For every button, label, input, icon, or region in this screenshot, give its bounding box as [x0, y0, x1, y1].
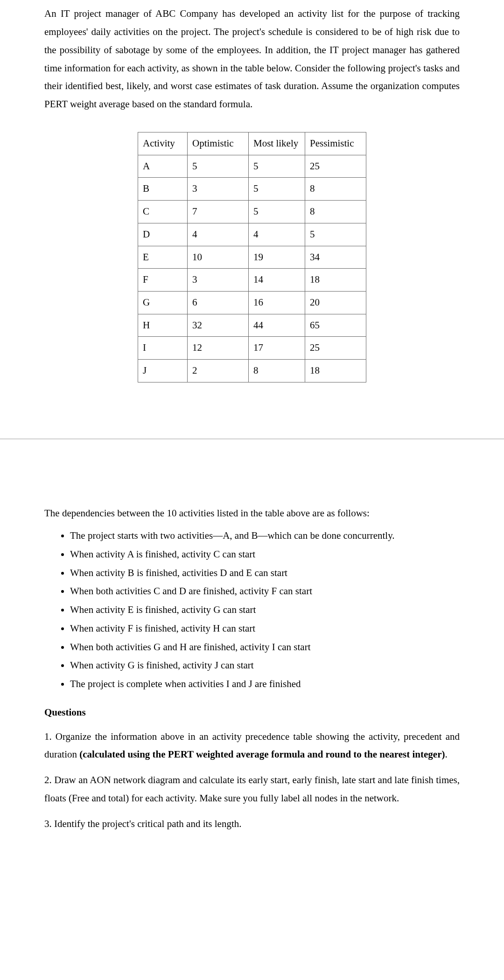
list-item: When activity F is finished, activity H … — [70, 620, 460, 637]
question-1-suffix: . — [445, 749, 447, 760]
cell-pessimistic: 25 — [305, 155, 366, 178]
cell-pessimistic: 8 — [305, 201, 366, 223]
document-page-2: The dependencies between the 10 activiti… — [0, 439, 504, 869]
dependencies-intro: The dependencies between the 10 activiti… — [44, 505, 460, 522]
question-1: 1. Organize the information above in an … — [44, 728, 460, 764]
question-2: 2. Draw an AON network diagram and calcu… — [44, 771, 460, 807]
cell-most_likely: 44 — [249, 314, 305, 337]
cell-activity: A — [138, 155, 188, 178]
cell-optimistic: 2 — [188, 359, 249, 382]
th-pessimistic: Pessimistic — [305, 132, 366, 155]
table-row: J2818 — [138, 359, 366, 382]
cell-pessimistic: 18 — [305, 269, 366, 292]
cell-pessimistic: 5 — [305, 223, 366, 246]
questions-heading: Questions — [44, 707, 460, 718]
document-page-1: An IT project manager of ABC Company has… — [0, 0, 504, 424]
list-item: When both activities C and D are finishe… — [70, 583, 460, 600]
cell-most_likely: 17 — [249, 337, 305, 360]
list-item: When activity B is finished, activities … — [70, 565, 460, 582]
table-header-row: Activity Optimistic Most likely Pessimis… — [138, 132, 366, 155]
dependencies-list: The project starts with two activities—A… — [58, 528, 460, 692]
cell-pessimistic: 65 — [305, 314, 366, 337]
cell-optimistic: 3 — [188, 178, 249, 201]
cell-activity: E — [138, 246, 188, 269]
intro-paragraph: An IT project manager of ABC Company has… — [44, 5, 460, 113]
table-row: E101934 — [138, 246, 366, 269]
list-item: The project is complete when activities … — [70, 676, 460, 693]
cell-most_likely: 5 — [249, 201, 305, 223]
cell-optimistic: 10 — [188, 246, 249, 269]
question-3: 3. Identify the project's critical path … — [44, 815, 460, 833]
cell-most_likely: 14 — [249, 269, 305, 292]
list-item: When activity A is finished, activity C … — [70, 546, 460, 563]
table-row: I121725 — [138, 337, 366, 360]
cell-most_likely: 19 — [249, 246, 305, 269]
cell-activity: F — [138, 269, 188, 292]
cell-activity: H — [138, 314, 188, 337]
cell-pessimistic: 34 — [305, 246, 366, 269]
cell-most_likely: 5 — [249, 155, 305, 178]
cell-most_likely: 4 — [249, 223, 305, 246]
cell-optimistic: 32 — [188, 314, 249, 337]
cell-most_likely: 5 — [249, 178, 305, 201]
cell-most_likely: 8 — [249, 359, 305, 382]
th-optimistic: Optimistic — [188, 132, 249, 155]
list-item: When activity E is finished, activity G … — [70, 602, 460, 619]
cell-activity: C — [138, 201, 188, 223]
table-row: B358 — [138, 178, 366, 201]
cell-activity: G — [138, 291, 188, 314]
cell-pessimistic: 25 — [305, 337, 366, 360]
cell-activity: B — [138, 178, 188, 201]
list-item: When both activities G and H are finishe… — [70, 639, 460, 656]
table-row: F31418 — [138, 269, 366, 292]
cell-pessimistic: 20 — [305, 291, 366, 314]
cell-optimistic: 4 — [188, 223, 249, 246]
table-row: H324465 — [138, 314, 366, 337]
table-row: G61620 — [138, 291, 366, 314]
cell-activity: I — [138, 337, 188, 360]
list-item: When activity G is finished, activity J … — [70, 657, 460, 674]
cell-most_likely: 16 — [249, 291, 305, 314]
cell-optimistic: 6 — [188, 291, 249, 314]
cell-optimistic: 12 — [188, 337, 249, 360]
table-row: A5525 — [138, 155, 366, 178]
table-row: D445 — [138, 223, 366, 246]
cell-optimistic: 5 — [188, 155, 249, 178]
th-activity: Activity — [138, 132, 188, 155]
question-1-bold: (calculated using the PERT weighted aver… — [79, 749, 445, 760]
cell-pessimistic: 8 — [305, 178, 366, 201]
table-row: C758 — [138, 201, 366, 223]
cell-activity: J — [138, 359, 188, 382]
activity-table: Activity Optimistic Most likely Pessimis… — [138, 132, 366, 382]
cell-optimistic: 7 — [188, 201, 249, 223]
cell-optimistic: 3 — [188, 269, 249, 292]
list-item: The project starts with two activities—A… — [70, 528, 460, 544]
cell-activity: D — [138, 223, 188, 246]
cell-pessimistic: 18 — [305, 359, 366, 382]
th-most-likely: Most likely — [249, 132, 305, 155]
